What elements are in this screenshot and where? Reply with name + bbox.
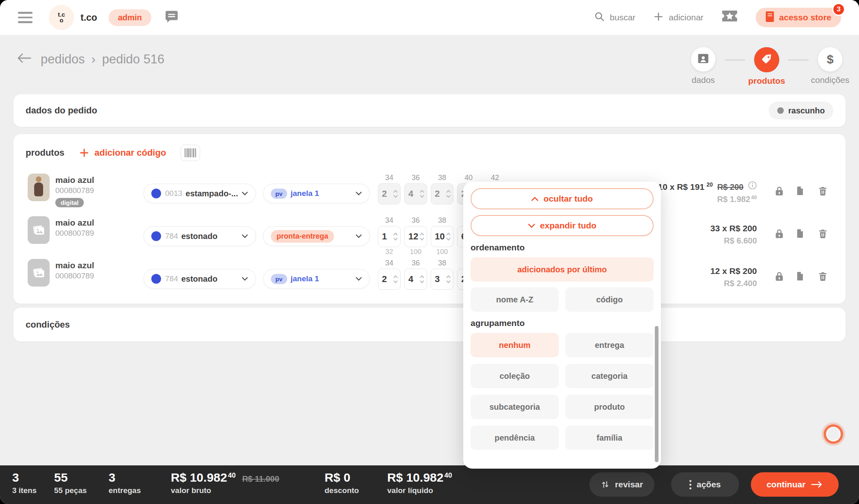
variant-select[interactable]: 0013 estampado-...: [144, 184, 256, 203]
order-data-card[interactable]: dados do pedido rascunho: [13, 94, 846, 127]
group-option-pendencia[interactable]: pendência: [471, 426, 559, 450]
barcode-scan-button[interactable]: [181, 145, 200, 161]
step-condicoes-circle[interactable]: $: [818, 47, 842, 72]
search-button[interactable]: buscar: [594, 11, 635, 24]
size-header: 34: [378, 216, 401, 225]
navbar-actions: buscar adicionar acesso store 3: [594, 8, 841, 27]
product-thumbnail[interactable]: [28, 174, 50, 201]
delivery-select[interactable]: pv janela 1: [263, 269, 370, 289]
group-option-colecao[interactable]: coleção: [471, 364, 559, 388]
stat-value: 55: [54, 471, 87, 484]
variant-select[interactable]: 784 estonado: [144, 269, 256, 289]
admin-badge: admin: [109, 9, 151, 26]
delivery-label: janela 1: [291, 189, 319, 198]
lock-button[interactable]: [774, 270, 785, 284]
breadcrumb-current: pedido 516: [102, 52, 164, 67]
status-dot-icon: [777, 107, 784, 114]
stat-net: R$ 10.98240 valor líquido: [387, 471, 452, 495]
ticket-star-icon[interactable]: [722, 10, 738, 25]
chevron-down-icon: [242, 232, 248, 240]
continue-button[interactable]: continuar: [751, 472, 839, 497]
stock-hint: 100: [431, 248, 453, 255]
sort-option-name-az[interactable]: nome A-Z: [471, 287, 559, 312]
group-option-familia[interactable]: família: [565, 426, 654, 450]
quantity-stepper[interactable]: 3: [431, 269, 453, 290]
top-navbar: t.co t.co admin buscar adicionar: [0, 0, 859, 35]
variant-label: estonado: [181, 274, 218, 284]
document-button[interactable]: [795, 185, 805, 198]
lock-button[interactable]: [774, 228, 785, 241]
quantity-stepper[interactable]: 4: [404, 183, 427, 204]
brand-name[interactable]: t.co: [81, 12, 97, 23]
variant-select[interactable]: 784 estonado: [144, 226, 256, 246]
add-code-button[interactable]: adicionar código: [79, 148, 166, 158]
document-button[interactable]: [795, 270, 805, 284]
trash-button[interactable]: [818, 270, 828, 284]
size-header: 36: [404, 259, 427, 268]
sort-option-code[interactable]: código: [565, 287, 654, 312]
product-thumbnail-placeholder[interactable]: [28, 216, 50, 244]
trash-button[interactable]: [818, 185, 828, 198]
stepper-arrows-icon: [419, 231, 425, 242]
stat-cents: 40: [228, 471, 235, 480]
quantity-stepper[interactable]: 2: [378, 183, 401, 204]
quantity-value: 4: [408, 274, 413, 285]
actions-button[interactable]: ações: [671, 472, 739, 497]
review-button[interactable]: revisar: [589, 472, 654, 497]
conditions-card[interactable]: condições: [13, 308, 846, 341]
delivery-label: janela 1: [291, 274, 319, 283]
color-swatch-icon: [151, 189, 161, 198]
collapse-all-button[interactable]: ocultar tudo: [471, 188, 654, 209]
step-dados-circle[interactable]: [691, 47, 715, 72]
group-option-categoria[interactable]: categoria: [565, 364, 654, 388]
product-row: maio azul 000800789 digital 0013 estampa…: [13, 173, 846, 215]
status-badge: rascunho: [769, 102, 833, 119]
quantity-stepper[interactable]: 10: [431, 226, 453, 247]
product-code: 000800789: [55, 229, 94, 238]
add-button[interactable]: adicionar: [653, 11, 703, 24]
lock-button[interactable]: [774, 185, 785, 198]
sort-option-selected[interactable]: adicionados por último: [471, 257, 654, 282]
delivery-select[interactable]: pv janela 1: [263, 184, 370, 203]
info-icon[interactable]: [748, 181, 757, 192]
product-thumbnail-placeholder[interactable]: [28, 259, 50, 287]
chat-icon[interactable]: [164, 10, 179, 25]
group-options: nenhum entrega coleção categoria subcate…: [471, 333, 654, 450]
stat-value: R$ 10.982: [387, 471, 443, 484]
brand-avatar[interactable]: t.co: [49, 5, 74, 30]
popover-scrollbar[interactable]: [655, 326, 658, 462]
total-value: R$ 2.400: [724, 279, 757, 288]
expand-all-button[interactable]: expandir tudo: [471, 215, 654, 236]
quantity-stepper[interactable]: 2: [431, 183, 453, 204]
group-option-produto[interactable]: produto: [565, 395, 654, 419]
group-option-entrega[interactable]: entrega: [565, 333, 654, 357]
breadcrumb-separator: ›: [92, 52, 96, 67]
unit-price: 10 x R$ 191: [658, 182, 704, 192]
stat-value: 3: [109, 471, 141, 484]
document-button[interactable]: [795, 228, 805, 241]
delivery-select[interactable]: pronta-entrega: [263, 226, 370, 246]
color-swatch-icon: [151, 274, 161, 284]
group-option-none[interactable]: nenhum: [471, 333, 559, 357]
step-produtos-circle[interactable]: [754, 47, 779, 72]
size-header: 34: [378, 174, 401, 182]
store-book-icon: [765, 11, 774, 24]
step-produtos: produtos: [745, 47, 788, 86]
breadcrumb-section[interactable]: pedidos: [41, 52, 85, 67]
sorting-section-label: ordenamento: [471, 243, 654, 252]
quantity-stepper[interactable]: 12: [404, 226, 427, 247]
product-info: maio azul 000800789 digital: [55, 175, 94, 207]
quantity-stepper[interactable]: 4: [404, 269, 427, 290]
products-title: produtos: [26, 148, 64, 158]
size-column: 34 1 32: [378, 216, 401, 255]
quantity-stepper[interactable]: 2: [378, 269, 401, 290]
continue-label: continuar: [767, 480, 806, 489]
size-header: 40: [457, 174, 480, 182]
store-access-button[interactable]: acesso store 3: [756, 8, 841, 27]
group-option-subcategoria[interactable]: subcategoria: [471, 395, 559, 419]
stat-items: 3 3 itens: [12, 471, 37, 495]
hamburger-menu-icon[interactable]: [18, 12, 33, 23]
trash-button[interactable]: [818, 228, 828, 241]
quantity-stepper[interactable]: 1: [378, 226, 401, 247]
back-arrow-icon[interactable]: [17, 52, 32, 67]
